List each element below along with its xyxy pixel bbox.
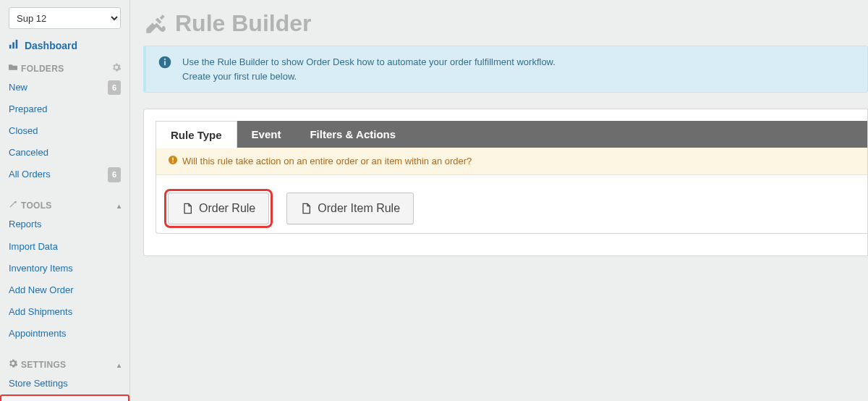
rule-panel: Rule Type Event Filters & Actions Will t… (143, 109, 868, 256)
info-icon (158, 55, 172, 83)
info-box: Use the Rule Builder to show Order Desk … (143, 46, 868, 93)
caret-up-icon[interactable] (117, 200, 121, 211)
sidebar-item-label: Store Settings (9, 376, 121, 392)
sidebar-item-label: Rule Builder (9, 397, 121, 401)
count-badge: 6 (108, 80, 121, 96)
sidebar-item-label: Prepared (9, 101, 121, 117)
sidebar-item-label: New (9, 80, 108, 96)
section-header-folders[interactable]: FOLDERS (0, 59, 129, 77)
sidebar-item-add-shipments[interactable]: Add Shipments (0, 301, 129, 323)
svg-point-8 (172, 161, 174, 163)
hint-bar: Will this rule take action on an entire … (156, 148, 867, 175)
file-icon (300, 202, 312, 215)
order-rule-label: Order Rule (199, 202, 255, 215)
gear-icon[interactable] (112, 63, 121, 74)
count-badge: 6 (108, 167, 121, 182)
tools-icon (143, 12, 168, 36)
page-title-text: Rule Builder (175, 10, 311, 37)
sidebar-item-new[interactable]: New 6 (0, 77, 129, 98)
caret-up-icon[interactable] (117, 360, 121, 370)
svg-point-5 (164, 59, 166, 60)
info-text-line1: Use the Rule Builder to show Order Desk … (182, 55, 556, 69)
info-text-line2: Create your first rule below. (182, 69, 556, 84)
page-title: Rule Builder (143, 10, 868, 37)
sidebar-item-label: Closed (9, 123, 121, 139)
tabs: Rule Type Event Filters & Actions (156, 121, 867, 148)
sidebar-item-label: Reports (9, 216, 121, 232)
hint-text: Will this rule take action on an entire … (182, 156, 472, 166)
sidebar-item-import-data[interactable]: Import Data (0, 236, 129, 258)
sidebar-item-label: Import Data (9, 239, 121, 255)
sidebar-item-closed[interactable]: Closed (0, 120, 129, 142)
sidebar-item-label: Inventory Items (9, 261, 121, 277)
sidebar-item-label: All Orders (9, 166, 108, 182)
order-rule-button[interactable]: Order Rule (168, 193, 269, 224)
tab-event[interactable]: Event (237, 121, 296, 148)
file-icon (182, 202, 193, 215)
sidebar-item-all-orders[interactable]: All Orders 6 (0, 164, 129, 185)
folder-icon (9, 63, 17, 74)
section-header-tools[interactable]: TOOLS (0, 195, 129, 214)
svg-rect-1 (12, 42, 14, 48)
sidebar-item-prepared[interactable]: Prepared (0, 98, 129, 120)
sidebar: Sup 12 Dashboard FOLDERS New 6 Prepared (0, 0, 130, 401)
sidebar-item-label: Add New Order (9, 282, 121, 298)
sidebar-item-store-settings[interactable]: Store Settings (0, 373, 129, 394)
order-item-rule-label: Order Item Rule (318, 202, 400, 215)
bar-chart-icon (9, 40, 22, 51)
sidebar-item-reports[interactable]: Reports (0, 214, 129, 235)
dashboard-link[interactable]: Dashboard (0, 35, 129, 59)
sidebar-item-label: Canceled (9, 145, 121, 161)
sidebar-item-canceled[interactable]: Canceled (0, 142, 129, 164)
svg-rect-0 (9, 45, 12, 48)
rule-buttons: Order Rule Order Item Rule (156, 175, 867, 233)
sidebar-item-label: Add Shipments (9, 304, 121, 320)
svg-rect-4 (164, 61, 166, 65)
order-item-rule-button[interactable]: Order Item Rule (286, 193, 414, 224)
store-selector[interactable]: Sup 12 (9, 7, 121, 29)
tab-body: Will this rule take action on an entire … (156, 148, 867, 234)
tab-filters-actions[interactable]: Filters & Actions (295, 121, 410, 148)
section-header-label: SETTINGS (21, 360, 117, 370)
sidebar-item-add-new-order[interactable]: Add New Order (0, 279, 129, 301)
warning-icon (168, 155, 178, 167)
store-selector-wrap: Sup 12 (9, 7, 121, 29)
svg-rect-2 (16, 40, 18, 48)
sidebar-item-label: Appointments (9, 326, 121, 342)
sidebar-item-rule-builder[interactable]: Rule Builder (0, 394, 129, 401)
dashboard-label: Dashboard (25, 40, 77, 51)
sidebar-item-appointments[interactable]: Appointments (0, 323, 129, 345)
sidebar-item-inventory-items[interactable]: Inventory Items (0, 258, 129, 279)
info-text: Use the Rule Builder to show Order Desk … (182, 55, 556, 83)
wrench-icon (9, 200, 17, 211)
main-content: Rule Builder Use the Rule Builder to sho… (130, 0, 868, 401)
gear-icon (9, 359, 17, 370)
svg-rect-7 (172, 158, 173, 161)
tab-rule-type[interactable]: Rule Type (156, 121, 237, 148)
section-header-label: TOOLS (21, 200, 117, 211)
section-header-settings[interactable]: SETTINGS (0, 355, 129, 373)
section-header-label: FOLDERS (21, 64, 112, 74)
